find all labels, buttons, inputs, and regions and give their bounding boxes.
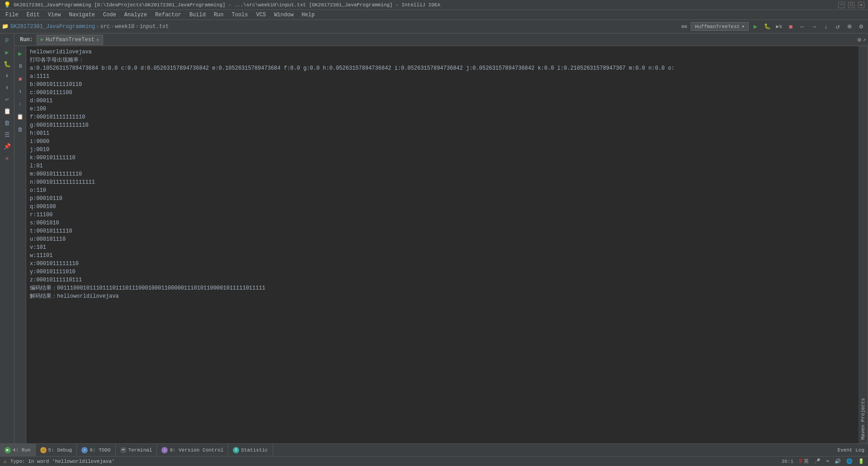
run-wrap-icon[interactable]: ↕	[15, 99, 26, 109]
run-tab-external-icon[interactable]: ⇗	[863, 36, 866, 43]
typo-warning-text[interactable]: Typo: In word 'helloworldilovejava'	[10, 459, 115, 464]
sidebar-back-arrow[interactable]: ↩	[2, 94, 13, 105]
undo-button[interactable]: ↺	[833, 22, 843, 32]
run-settings-icon[interactable]: ⚙	[858, 36, 861, 43]
tab-statistic[interactable]: S Statistic	[228, 444, 273, 456]
sidebar-copy-icon[interactable]: 📋	[2, 106, 13, 117]
app-icon: 💡	[4, 1, 11, 9]
todo-tab-label: 6: TODO	[90, 447, 110, 453]
breadcrumb-week10[interactable]: week10	[115, 24, 134, 30]
terminal-tab-icon: ⌨	[120, 447, 127, 453]
sidebar-up-arrow[interactable]: ⬆	[2, 82, 13, 93]
output-line-12: j:0010	[30, 146, 855, 154]
run-clear-icon[interactable]: 🗑	[15, 124, 26, 135]
menu-item-edit[interactable]: Edit	[23, 11, 43, 19]
run-config-arrow: ▾	[741, 24, 745, 29]
minimize-button[interactable]: −	[838, 2, 844, 8]
menu-item-run[interactable]: Run	[210, 11, 227, 19]
main-area: P ▶ 🐛 ⬇ ⬆ ↩ 📋 🗑 ☰ 📌 ✕ Run: ▶ HuffmanTree…	[0, 33, 868, 443]
run-tab-close-button[interactable]: ✕	[96, 37, 99, 43]
sidebar-pin-icon[interactable]: 📌	[2, 141, 13, 152]
menu-item-window[interactable]: Window	[270, 11, 297, 19]
run-label: Run:	[16, 37, 37, 43]
vc-tab-icon: ↕	[161, 447, 168, 453]
output-line-21: s:0001010	[30, 219, 855, 227]
project-icon: 📁	[2, 23, 9, 30]
network-icon: 🌐	[846, 458, 853, 464]
history-button[interactable]: ↓	[821, 22, 831, 32]
maximize-button[interactable]: □	[848, 2, 854, 8]
sidebar-delete-icon[interactable]: 🗑	[2, 118, 13, 128]
menu-item-file[interactable]: File	[2, 11, 22, 19]
breadcrumb-src[interactable]: src	[100, 24, 110, 30]
output-line-23: u:000101110	[30, 235, 855, 243]
debug-button[interactable]: 🐛	[762, 22, 772, 32]
output-line-18: p:00010110	[30, 195, 855, 203]
menu-item-build[interactable]: Build	[186, 11, 209, 19]
sidebar-filter-icon[interactable]: ☰	[2, 129, 13, 140]
output-line-11: i:0000	[30, 138, 855, 146]
tab-run[interactable]: ▶ 4: Run	[0, 444, 36, 456]
output-line-19: q:000100	[30, 203, 855, 211]
output-line-22: t:00010111110	[30, 227, 855, 235]
sidebar-down-arrow[interactable]: ⬇	[2, 71, 13, 81]
run-tab-icon-small: ▶	[5, 447, 11, 453]
sidebar-close-icon[interactable]: ✕	[2, 153, 13, 164]
debug-tab-label: 5: Debug	[48, 447, 72, 453]
maven-projects-tab[interactable]: Maven Projects	[859, 46, 868, 443]
output-line-17: o:110	[30, 186, 855, 195]
forward-button[interactable]: →	[809, 22, 819, 32]
sidebar-project-button[interactable]: P	[2, 35, 13, 46]
menu-item-view[interactable]: View	[44, 11, 65, 19]
window-title: GK20172301_JavaProgramming [D:\IdeaProje…	[14, 2, 440, 8]
run-pause-icon[interactable]: ⏸	[15, 61, 26, 71]
run-tab-icon: ▶	[41, 36, 44, 43]
output-line-30: 解码结果：helloworldilovejava	[30, 292, 855, 300]
run-play-icon[interactable]: ▶	[15, 48, 26, 59]
run-icons: ▶ ⏸ ◼ ⬇ ↕ 📋 🗑	[14, 46, 26, 443]
layout-button[interactable]: ⊞	[844, 22, 854, 32]
tab-version-control[interactable]: ↕ 9: Version Control	[157, 444, 228, 456]
output-line-25: w:11101	[30, 252, 855, 260]
output-line-28: z:00010111110111	[30, 276, 855, 284]
tab-todo[interactable]: ✓ 6: TODO	[77, 444, 115, 456]
menu-item-code[interactable]: Code	[99, 11, 120, 19]
toolbar-right: ⚙⚙ HuffmanTreeTest ▾ ▶ 🐛 ▶% ◼ ← → ↓ ↺ ⊞ …	[679, 22, 866, 32]
run-copy-icon[interactable]: 📋	[15, 111, 26, 122]
menu-item-help[interactable]: Help	[298, 11, 318, 19]
menu-item-refactor[interactable]: Refactor	[151, 11, 185, 19]
settings-button[interactable]: ⚙	[856, 22, 866, 32]
sidebar-run-button[interactable]: ▶	[2, 47, 13, 58]
title-bar: 💡 GK20172301_JavaProgramming [D:\IdeaPro…	[0, 0, 868, 10]
sidebar-debug-icon[interactable]: 🐛	[2, 59, 13, 70]
menu-item-navigate[interactable]: Navigate	[65, 11, 99, 19]
run-button[interactable]: ▶	[750, 22, 760, 32]
tab-terminal[interactable]: ⌨ Terminal	[116, 444, 157, 456]
output-line-6: d:00011	[30, 97, 855, 105]
breadcrumb-project[interactable]: GK20172301_JavaProgramming	[10, 24, 95, 30]
run-stop-icon[interactable]: ◼	[15, 73, 26, 84]
back-button[interactable]: ←	[797, 22, 807, 32]
output-line-24: v:101	[30, 243, 855, 252]
output-area[interactable]: helloworldilovejava 打印各字母出现频率： a:0.10526…	[26, 46, 859, 443]
output-line-20: r:11100	[30, 211, 855, 219]
output-line-1: 打印各字母出现频率：	[30, 56, 855, 64]
run-config-button[interactable]: HuffmanTreeTest ▾	[691, 22, 749, 31]
menu-item-tools[interactable]: Tools	[228, 11, 252, 19]
coverage-button[interactable]: ▶%	[774, 22, 784, 32]
tab-debug[interactable]: 🐛 5: Debug	[36, 444, 77, 456]
run-tab-huffman[interactable]: ▶ HuffmanTreeTest ✕	[37, 35, 103, 45]
output-line-7: e:100	[30, 105, 855, 113]
terminal-tab-label: Terminal	[128, 447, 152, 453]
menu-item-analyze[interactable]: Analyze	[121, 11, 151, 19]
sogou-icon: S	[799, 458, 802, 465]
debug-tab-icon: 🐛	[40, 447, 47, 453]
vc-tab-label: 9: Version Control	[170, 447, 223, 453]
event-log-button[interactable]: Event Log	[838, 447, 864, 453]
close-button[interactable]: ✕	[858, 2, 864, 8]
stop-button[interactable]: ◼	[786, 22, 796, 32]
output-line-9: g:0001011111111110	[30, 121, 855, 129]
run-scroll-down-icon[interactable]: ⬇	[15, 86, 26, 97]
breadcrumb-file[interactable]: input.txt	[140, 24, 169, 30]
menu-item-vcs[interactable]: VCS	[253, 11, 270, 19]
